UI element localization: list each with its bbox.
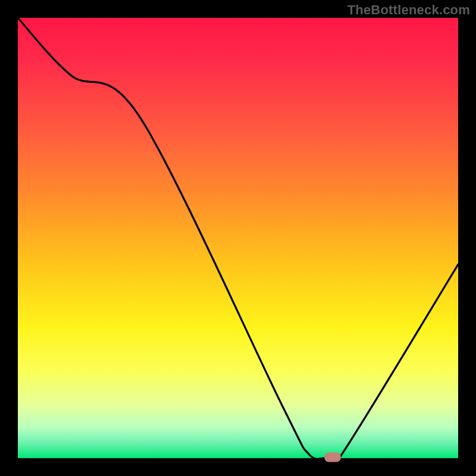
optimal-point-marker [324, 453, 341, 462]
plot-background [18, 18, 458, 458]
bottleneck-chart [0, 0, 476, 476]
chart-frame: TheBottleneck.com [0, 0, 476, 476]
watermark-text: TheBottleneck.com [347, 2, 470, 18]
